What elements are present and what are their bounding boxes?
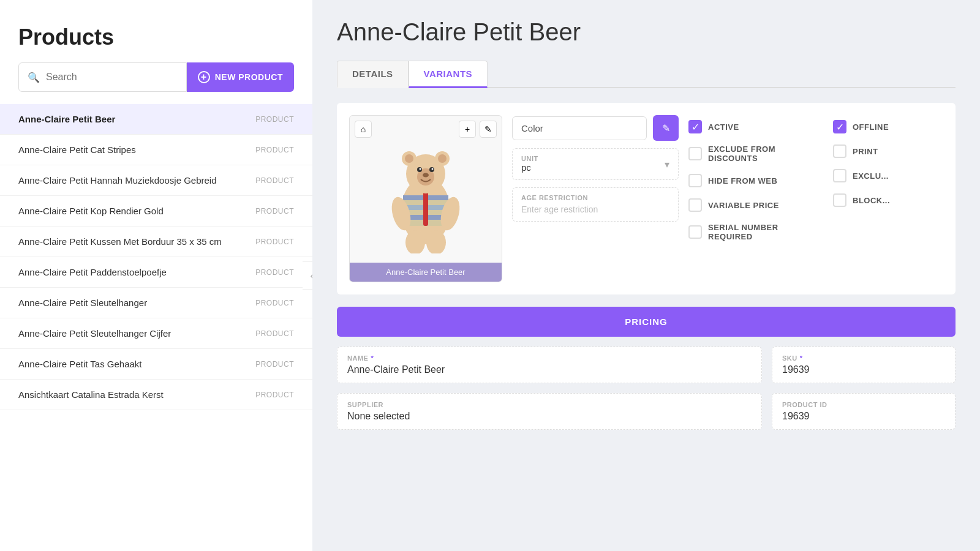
- checkbox-row-right[interactable]: PRINT: [833, 144, 943, 158]
- new-product-button[interactable]: + NEW PRODUCT: [187, 62, 294, 92]
- checkbox-row[interactable]: ✓ ACTIVE: [688, 120, 823, 133]
- product-item-name: Anne-Claire Petit Tas Gehaakt: [18, 359, 142, 369]
- bear-svg: [380, 125, 472, 253]
- svg-point-8: [405, 154, 413, 163]
- product-list-item[interactable]: Anne-Claire Petit Sleutelhanger Cijfer P…: [0, 318, 312, 349]
- checkbox-box[interactable]: ✓: [833, 120, 846, 133]
- checkbox-row-right[interactable]: BLOCK...: [833, 193, 943, 207]
- image-home-btn[interactable]: ⌂: [355, 121, 372, 138]
- add-image-icon[interactable]: +: [459, 121, 476, 138]
- supplier-value: None selected: [347, 411, 752, 422]
- collapse-sidebar-button[interactable]: ‹: [303, 261, 312, 290]
- chevron-down-icon: ▾: [665, 159, 669, 170]
- checkbox-label: HIDE FROM WEB: [708, 176, 777, 186]
- product-list-item[interactable]: Anne-Claire Petit Tas Gehaakt PRODUCT: [0, 349, 312, 380]
- product-list-item[interactable]: Anne-Claire Petit Sleutelhanger PRODUCT: [0, 288, 312, 318]
- product-item-name: Ansichtkaart Catalina Estrada Kerst: [18, 389, 164, 400]
- checkbox-row[interactable]: HIDE FROM WEB: [688, 174, 823, 187]
- checkbox-box[interactable]: [688, 225, 702, 239]
- checkbox-label: OFFLINE: [853, 122, 889, 132]
- product-item-name: Anne-Claire Petit Cat Stripes: [18, 144, 136, 155]
- checkbox-row-right[interactable]: EXCLU...: [833, 169, 943, 182]
- product-item-type: PRODUCT: [255, 268, 294, 277]
- checkbox-box[interactable]: [688, 198, 702, 212]
- product-list: Anne-Claire Petit Beer PRODUCT Anne-Clai…: [0, 104, 312, 551]
- page-title: Anne-Claire Petit Beer: [337, 18, 956, 46]
- product-list-item[interactable]: Anne-Claire Petit Hannah Muziekdoosje Ge…: [0, 165, 312, 196]
- product-list-item[interactable]: Ansichtkaart Catalina Estrada Kerst PROD…: [0, 380, 312, 410]
- checkbox-label: SERIAL NUMBER REQUIRED: [708, 223, 823, 241]
- right-checkboxes: ✓ OFFLINE PRINT EXCLU... BLOCK...: [833, 115, 943, 207]
- product-list-item[interactable]: Anne-Claire Petit Beer PRODUCT: [0, 104, 312, 135]
- left-checkboxes: ✓ ACTIVE EXCLUDE FROM DISCOUNTS HIDE FRO…: [688, 115, 823, 241]
- product-image-area: ⌂ + ✎: [349, 115, 502, 282]
- checkbox-row[interactable]: VARIABLE PRICE: [688, 198, 823, 212]
- product-item-type: PRODUCT: [255, 115, 294, 124]
- age-restriction-field[interactable]: AGE RESTRICTION Enter age restriction: [512, 187, 679, 222]
- product-item-name: Anne-Claire Petit Sleutelhanger: [18, 298, 147, 308]
- checkbox-label: EXCLU...: [853, 171, 889, 181]
- sku-field[interactable]: SKU * 19639: [772, 347, 956, 383]
- checkbox-box[interactable]: [833, 193, 846, 207]
- product-item-type: PRODUCT: [255, 176, 294, 185]
- product-list-item[interactable]: Anne-Claire Petit Paddenstoelpoefje PROD…: [0, 257, 312, 288]
- left-bottom: NAME * Anne-Claire Petit Beer SUPPLIER N…: [337, 347, 762, 430]
- product-item-type: PRODUCT: [255, 238, 294, 246]
- search-input[interactable]: [46, 72, 178, 83]
- product-item-type: PRODUCT: [255, 146, 294, 154]
- checkbox-row[interactable]: SERIAL NUMBER REQUIRED: [688, 223, 823, 241]
- product-list-item[interactable]: Anne-Claire Petit Kop Rendier Gold PRODU…: [0, 196, 312, 227]
- product-item-type: PRODUCT: [255, 391, 294, 399]
- color-row: ✎: [512, 115, 679, 141]
- checkbox-row[interactable]: EXCLUDE FROM DISCOUNTS: [688, 144, 823, 163]
- main-content: Anne-Claire Petit Beer DETAILSVARIANTS ⌂…: [312, 0, 980, 551]
- product-item-name: Anne-Claire Petit Kop Rendier Gold: [18, 206, 164, 216]
- product-item-type: PRODUCT: [255, 329, 294, 338]
- variants-row: ⌂ + ✎: [349, 115, 943, 282]
- sidebar-title: Products: [0, 0, 312, 62]
- product-list-item[interactable]: Anne-Claire Petit Cat Stripes PRODUCT: [0, 135, 312, 165]
- unit-select[interactable]: UNIT pc ▾: [512, 148, 679, 180]
- tab-variants[interactable]: VARIANTS: [409, 61, 488, 88]
- name-field[interactable]: NAME * Anne-Claire Petit Beer: [337, 347, 762, 383]
- checkbox-box[interactable]: [833, 144, 846, 158]
- color-input[interactable]: [512, 116, 647, 140]
- svg-point-16: [423, 173, 429, 178]
- checkbox-box[interactable]: ✓: [688, 120, 702, 133]
- search-input-wrapper[interactable]: 🔍: [18, 62, 187, 92]
- svg-rect-5: [423, 189, 428, 226]
- checkbox-label: EXCLUDE FROM DISCOUNTS: [708, 144, 823, 163]
- name-required-star: *: [371, 354, 374, 362]
- checkbox-row-right[interactable]: ✓ OFFLINE: [833, 120, 943, 133]
- plus-circle-icon: +: [198, 71, 210, 83]
- unit-value: pc: [521, 162, 531, 173]
- home-icon[interactable]: ⌂: [355, 121, 372, 138]
- sku-value: 19639: [782, 364, 945, 375]
- product-list-item[interactable]: Anne-Claire Petit Kussen Met Borduur 35 …: [0, 227, 312, 257]
- checkbox-box[interactable]: [688, 174, 702, 187]
- right-bottom: SKU * 19639 PRODUCT ID 19639: [772, 347, 956, 430]
- search-icon: 🔍: [28, 72, 40, 83]
- supplier-field[interactable]: SUPPLIER None selected: [337, 393, 762, 430]
- edit-icon: ✎: [662, 122, 670, 134]
- product-item-type: PRODUCT: [255, 207, 294, 216]
- product-item-name: Anne-Claire Petit Beer: [18, 114, 115, 124]
- checkbox-box[interactable]: [833, 169, 846, 182]
- tab-details[interactable]: DETAILS: [337, 61, 409, 88]
- product-item-name: Anne-Claire Petit Paddenstoelpoefje: [18, 267, 167, 277]
- sku-required-star: *: [800, 354, 803, 362]
- edit-image-icon[interactable]: ✎: [480, 121, 497, 138]
- color-edit-button[interactable]: ✎: [653, 115, 679, 141]
- image-caption: Anne-Claire Petit Beer: [350, 263, 502, 282]
- checkbox-label: ACTIVE: [708, 122, 739, 132]
- checkbox-label: VARIABLE PRICE: [708, 201, 779, 210]
- name-value: Anne-Claire Petit Beer: [347, 364, 752, 375]
- svg-point-15: [432, 168, 434, 170]
- unit-content: UNIT pc: [521, 155, 538, 173]
- variants-panel: ⌂ + ✎: [337, 103, 956, 294]
- unit-label: UNIT: [521, 155, 538, 162]
- product-id-label: PRODUCT ID: [782, 401, 945, 408]
- product-id-field: PRODUCT ID 19639: [772, 393, 956, 430]
- pricing-bar[interactable]: PRICING: [337, 307, 956, 337]
- checkbox-box[interactable]: [688, 147, 702, 160]
